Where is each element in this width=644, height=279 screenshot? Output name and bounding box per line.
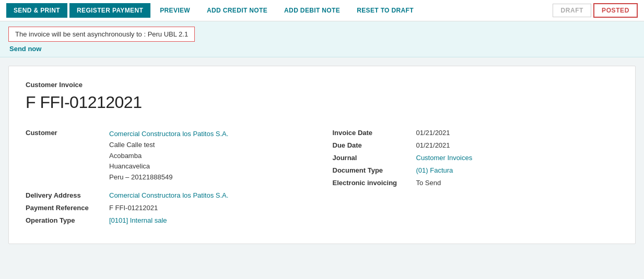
payment-reference-row: Payment Reference F FFI-01212021 [26, 202, 312, 214]
fields-left: Customer Comercial Constructora los Pati… [26, 127, 312, 227]
delivery-address-value[interactable]: Comercial Constructora los Patitos S.A. [109, 191, 228, 199]
journal-value[interactable]: Customer Invoices [416, 154, 473, 162]
add-debit-note-button[interactable]: ADD DEBIT NOTE [277, 3, 347, 18]
journal-row: Journal Customer Invoices [333, 152, 619, 164]
customer-name[interactable]: Comercial Constructora los Patitos S.A. [109, 129, 228, 140]
fields-right: Invoice Date 01/21/2021 Due Date 01/21/2… [333, 127, 619, 227]
preview-button[interactable]: PREVIEW [153, 3, 197, 18]
send-print-button[interactable]: SEND & PRINT [6, 3, 67, 18]
status-posted-badge: POSTED [593, 3, 638, 18]
delivery-address-row: Delivery Address Comercial Constructora … [26, 189, 312, 202]
payment-reference-value: F FFI-01212021 [109, 204, 158, 212]
invoice-date-value: 01/21/2021 [416, 129, 450, 137]
notification-message: The invoice will be sent asynchronously … [15, 30, 188, 38]
doc-type-label: Customer Invoice [26, 81, 618, 89]
payment-reference-label: Payment Reference [26, 204, 109, 212]
add-credit-note-button[interactable]: ADD CREDIT NOTE [200, 3, 275, 18]
customer-address-line2: Acobamba [109, 151, 228, 162]
invoice-date-row: Invoice Date 01/21/2021 [333, 127, 619, 139]
document-type-label: Document Type [333, 166, 416, 174]
customer-address-line4: Peru – 20121888549 [109, 172, 228, 183]
due-date-label: Due Date [333, 141, 416, 149]
operation-type-value[interactable]: [0101] Internal sale [109, 216, 167, 224]
status-draft-badge: DRAFT [553, 4, 591, 17]
document-type-row: Document Type (01) Factura [333, 164, 619, 177]
invoice-number: F FFI-01212021 [26, 93, 618, 112]
customer-field-row: Customer Comercial Constructora los Pati… [26, 127, 312, 185]
customer-label: Customer [26, 129, 109, 137]
journal-label: Journal [333, 154, 416, 162]
notification-bar: The invoice will be sent asynchronously … [0, 21, 644, 57]
toolbar: SEND & PRINT REGISTER PAYMENT PREVIEW AD… [0, 0, 644, 21]
due-date-row: Due Date 01/21/2021 [333, 139, 619, 152]
invoice-date-label: Invoice Date [333, 129, 416, 137]
reset-to-draft-button[interactable]: RESET TO DRAFT [349, 3, 421, 18]
invoice-card: Customer Invoice F FFI-01212021 Customer… [8, 66, 636, 244]
register-payment-button[interactable]: REGISTER PAYMENT [69, 3, 150, 18]
delivery-address-label: Delivery Address [26, 191, 109, 199]
operation-type-row: Operation Type [0101] Internal sale [26, 214, 312, 227]
notification-box: The invoice will be sent asynchronously … [8, 27, 195, 42]
operation-type-label: Operation Type [26, 216, 109, 224]
electronic-invoicing-value: To Send [416, 179, 441, 187]
due-date-value: 01/21/2021 [416, 141, 450, 149]
customer-address-block: Comercial Constructora los Patitos S.A. … [109, 129, 228, 183]
send-now-link[interactable]: Send now [9, 45, 636, 53]
status-group: DRAFT POSTED [553, 3, 638, 18]
customer-address-line3: Huancavelica [109, 161, 228, 172]
electronic-invoicing-row: Electronic invoicing To Send [333, 177, 619, 189]
document-type-value[interactable]: (01) Factura [416, 166, 453, 174]
customer-address-line1: Calle Calle test [109, 140, 228, 151]
fields-grid: Customer Comercial Constructora los Pati… [26, 127, 618, 227]
electronic-invoicing-label: Electronic invoicing [333, 179, 416, 187]
